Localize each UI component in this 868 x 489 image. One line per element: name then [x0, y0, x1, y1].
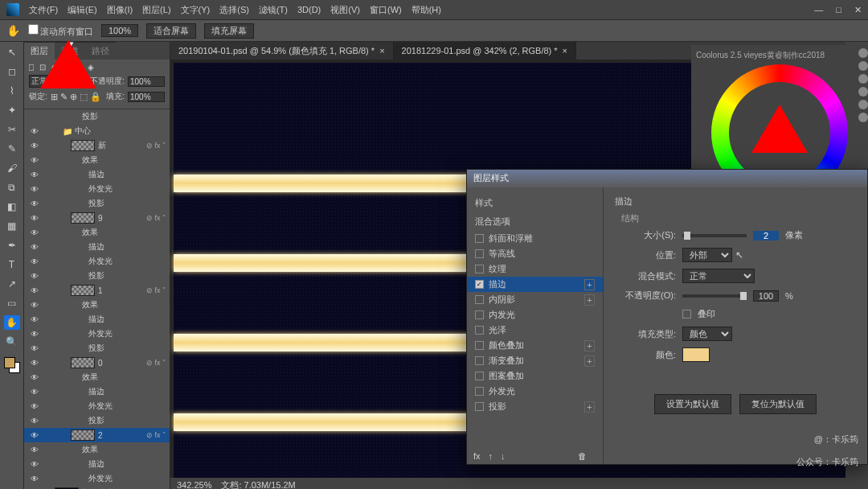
- gradient-tool-icon[interactable]: ▦: [4, 219, 20, 233]
- close-tab-icon[interactable]: ×: [379, 46, 384, 55]
- style-stroke[interactable]: ✓描边+: [467, 277, 603, 292]
- fit-screen-button[interactable]: 适合屏幕: [146, 23, 196, 39]
- zoom-tool-icon[interactable]: 🔍: [4, 335, 20, 349]
- blend-options[interactable]: 混合选项: [467, 212, 603, 231]
- style-outer-glow[interactable]: 外发光: [467, 384, 603, 399]
- style-gradient-overlay[interactable]: 渐变叠加+: [467, 353, 603, 368]
- add-icon[interactable]: +: [584, 279, 595, 290]
- watermark: @：卡乐筠 公众号：卡乐筠: [796, 428, 858, 473]
- menu-edit[interactable]: 编辑(E): [68, 4, 97, 16]
- style-pattern-overlay[interactable]: 图案叠加: [467, 368, 603, 384]
- hand-tool-icon[interactable]: ✋: [4, 315, 20, 330]
- style-list: 样式 混合选项 斜面和浮雕 等高线 纹理 ✓描边+ 内阴影+ 内发光 光泽 颜色…: [467, 187, 604, 464]
- color-swatch[interactable]: [4, 357, 20, 373]
- opacity-slider[interactable]: [682, 294, 747, 298]
- menu-help[interactable]: 帮助(H): [411, 4, 441, 16]
- add-icon[interactable]: +: [584, 355, 595, 367]
- overprint-checkbox[interactable]: 叠印: [698, 308, 715, 320]
- shape-tool-icon[interactable]: ▭: [4, 296, 20, 310]
- section-header: 描边: [615, 195, 856, 208]
- stroke-settings: 描边 结构 大小(S): 像素 位置: 外部 ↖ 混合模式: 正常 不透明度(O…: [604, 187, 867, 464]
- lasso-tool-icon[interactable]: ⌇: [4, 84, 20, 98]
- tool-column: ↖ ◻ ⌇ ✦ ✂ ✎ 🖌 ⧉ ◧ ▦ ✒ T ↗ ▭ ✋ 🔍: [0, 42, 24, 489]
- menu-3d[interactable]: 3D(D): [297, 5, 321, 14]
- down-icon[interactable]: ↓: [501, 451, 506, 461]
- marquee-tool-icon[interactable]: ◻: [4, 64, 20, 79]
- menu-bar: 文件(F) 编辑(E) 图像(I) 图层(L) 文字(Y) 选择(S) 滤镜(T…: [0, 0, 868, 19]
- add-icon[interactable]: +: [584, 401, 595, 413]
- status-bar: 342.25% 文档: 7.03M/15.2M: [170, 478, 845, 489]
- options-bar: ✋ 滚动所有窗口 100% 适合屏幕 填充屏幕: [0, 19, 868, 42]
- style-contour[interactable]: 等高线: [467, 246, 603, 261]
- fill-type-select[interactable]: 颜色: [682, 327, 732, 341]
- trash-icon[interactable]: 🗑: [578, 451, 587, 461]
- style-inner-glow[interactable]: 内发光: [467, 307, 603, 323]
- eraser-tool-icon[interactable]: ◧: [4, 199, 20, 214]
- size-input[interactable]: [753, 231, 779, 240]
- scroll-all-checkbox[interactable]: 滚动所有窗口: [28, 24, 93, 38]
- document-tab-2[interactable]: 20181229-01.psd @ 342% (2, RGB/8) *×: [394, 42, 576, 60]
- position-select[interactable]: 外部: [682, 248, 732, 262]
- fill-screen-button[interactable]: 填充屏幕: [204, 23, 254, 39]
- menu-view[interactable]: 视图(V): [330, 4, 360, 16]
- style-satin[interactable]: 光泽: [467, 323, 603, 338]
- zoom-readout[interactable]: 342.25%: [177, 480, 211, 489]
- type-tool-icon[interactable]: T: [4, 257, 20, 272]
- stamp-tool-icon[interactable]: ⧉: [4, 180, 20, 195]
- doc-size-readout[interactable]: 文档: 7.03M/15.2M: [221, 479, 295, 490]
- eyedropper-tool-icon[interactable]: ✎: [4, 142, 20, 156]
- add-icon[interactable]: +: [584, 294, 595, 306]
- up-icon[interactable]: ↑: [489, 451, 493, 461]
- menu-filter[interactable]: 滤镜(T): [259, 4, 288, 16]
- menu-window[interactable]: 窗口(W): [370, 4, 402, 16]
- add-icon[interactable]: +: [584, 340, 595, 351]
- crop-tool-icon[interactable]: ✂: [4, 122, 20, 137]
- make-default-button[interactable]: 设置为默认值: [654, 394, 731, 414]
- zoom-field[interactable]: 100%: [101, 24, 138, 37]
- style-bevel[interactable]: 斜面和浮雕: [467, 231, 603, 246]
- path-tool-icon[interactable]: ↗: [4, 277, 20, 291]
- photoshop-logo-icon: [6, 3, 19, 16]
- dialog-title[interactable]: 图层样式: [467, 170, 867, 187]
- maximize-icon[interactable]: □: [836, 5, 841, 15]
- cursor-icon: ↖: [735, 249, 743, 261]
- menu-select[interactable]: 选择(S): [219, 4, 249, 16]
- styles-header[interactable]: 样式: [467, 194, 603, 212]
- pen-tool-icon[interactable]: ✒: [4, 238, 20, 253]
- size-slider[interactable]: [682, 234, 747, 237]
- move-tool-icon[interactable]: ↖: [4, 45, 20, 60]
- blend-mode-select[interactable]: 正常: [682, 269, 755, 283]
- menu-image[interactable]: 图像(I): [107, 4, 133, 16]
- layers-panel: 图层 通道 路径 ⎕⊡◐T⬚◈ 正常不透明度:100% 锁定:⊞ ✎ ⊕ ⬚ 🔒…: [24, 42, 170, 489]
- reset-default-button[interactable]: 复位为默认值: [739, 394, 817, 414]
- style-inner-shadow[interactable]: 内阴影+: [467, 292, 603, 307]
- fx-icon[interactable]: fx: [473, 451, 481, 461]
- menu-type[interactable]: 文字(Y): [181, 4, 211, 16]
- stroke-color-swatch[interactable]: [682, 347, 710, 362]
- brush-tool-icon[interactable]: 🖌: [4, 161, 20, 175]
- layer-style-dialog: 图层样式 样式 混合选项 斜面和浮雕 等高线 纹理 ✓描边+ 内阴影+ 内发光 …: [466, 169, 868, 465]
- layer-list: 投影 👁▼📁 中心 👁新⊘ fx ˅ 👁效果 👁描边 👁外发光 👁投影 👁9⊘ …: [24, 109, 170, 489]
- close-tab-icon[interactable]: ×: [563, 46, 567, 55]
- menu-file[interactable]: 文件(F): [29, 4, 58, 16]
- style-drop-shadow[interactable]: 投影+: [467, 399, 603, 414]
- opacity-input[interactable]: [753, 290, 779, 302]
- menu-layer[interactable]: 图层(L): [142, 4, 170, 16]
- coolorus-title: Coolorus 2.5 vieyes黄睿制作cc2018: [696, 50, 863, 61]
- document-tab-1[interactable]: 20190104-01.psd @ 54.9% (颜色填充 1, RGB/8) …: [170, 42, 394, 60]
- style-texture[interactable]: 纹理: [467, 261, 603, 277]
- wand-tool-icon[interactable]: ✦: [4, 103, 20, 117]
- minimize-icon[interactable]: —: [814, 5, 823, 15]
- close-icon[interactable]: ✕: [854, 5, 862, 15]
- hand-tool-icon[interactable]: ✋: [6, 24, 20, 37]
- style-color-overlay[interactable]: 颜色叠加+: [467, 338, 603, 353]
- selected-layer-row[interactable]: 👁2⊘ fx ˅: [24, 428, 170, 442]
